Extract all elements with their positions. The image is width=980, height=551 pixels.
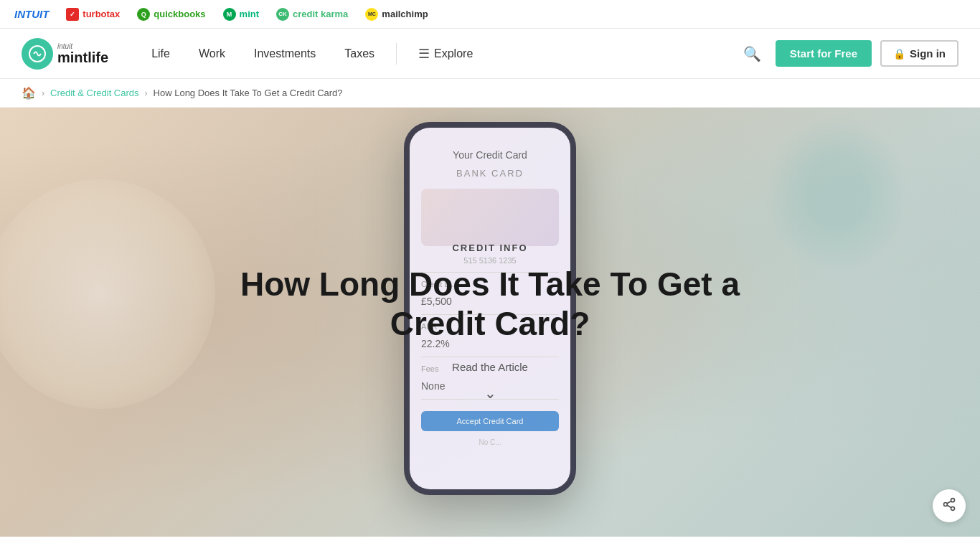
share-button[interactable] — [933, 489, 966, 522]
turbotax-text: turbotax — [83, 9, 120, 19]
quickbooks-icon: Q — [137, 8, 150, 21]
svg-line-4 — [947, 505, 951, 507]
nav-life[interactable]: Life — [137, 29, 184, 79]
creditkarma-icon: CK — [276, 8, 289, 21]
quickbooks-logo[interactable]: Q quickbooks — [137, 8, 205, 21]
turbotax-icon: ✓ — [66, 8, 79, 21]
mintlife-logo[interactable]: intuit mintlife — [22, 38, 108, 70]
mint-logo[interactable]: M mint — [223, 8, 259, 21]
nav-investments[interactable]: Investments — [240, 29, 330, 79]
creditkarma-logo[interactable]: CK credit karma — [276, 8, 348, 21]
intuit-text: INTUIT — [14, 8, 49, 20]
mintlife-logo-icon — [22, 38, 53, 70]
breadcrumb-credit-cards[interactable]: Credit & Credit Cards — [50, 88, 139, 98]
nav-actions: 🔍 Start for Free 🔒 Sign in — [738, 39, 958, 68]
turbotax-logo[interactable]: ✓ turbotax — [66, 8, 120, 21]
sign-in-button[interactable]: 🔒 Sign in — [880, 40, 958, 67]
logo-intuit-label: intuit — [57, 43, 108, 50]
nav-taxes[interactable]: Taxes — [330, 29, 389, 79]
nav-work[interactable]: Work — [184, 29, 240, 79]
mintlife-icon-svg — [28, 44, 47, 63]
hero-tag: CREDIT INFO — [452, 242, 527, 253]
breadcrumb: 🏠 › Credit & Credit Cards › How Long Doe… — [0, 79, 980, 108]
intuit-logo[interactable]: INTUIT — [14, 8, 49, 20]
lock-icon: 🔒 — [893, 48, 905, 60]
hero-section: Your Credit Card BANK CARD 515 5136 1235… — [0, 108, 980, 537]
logo-mintlife-label: mintlife — [57, 50, 108, 65]
search-icon: 🔍 — [743, 46, 761, 62]
mailchimp-text: mailchimp — [382, 9, 428, 19]
brand-bar: INTUIT ✓ turbotax Q quickbooks M mint CK… — [0, 0, 980, 29]
quickbooks-text: quickbooks — [154, 9, 205, 19]
start-free-button[interactable]: Start for Free — [776, 40, 872, 67]
mint-text: mint — [240, 9, 259, 19]
main-nav: intuit mintlife Life Work Investments Ta… — [0, 29, 980, 79]
creditkarma-text: credit karma — [293, 9, 348, 19]
share-icon — [942, 497, 956, 515]
breadcrumb-chevron-2: › — [145, 88, 148, 98]
mailchimp-logo[interactable]: MC mailchimp — [365, 8, 428, 21]
hero-chevron-down[interactable]: ⌄ — [484, 385, 496, 402]
hamburger-icon: ☰ — [418, 46, 430, 62]
breadcrumb-current: How Long Does It Take To Get a Credit Ca… — [154, 88, 343, 98]
explore-label: Explore — [434, 47, 473, 60]
nav-links: Life Work Investments Taxes ☰ Explore — [137, 29, 738, 79]
mintlife-logo-text: intuit mintlife — [57, 43, 108, 65]
breadcrumb-chevron-1: › — [42, 88, 44, 98]
hero-title: How Long Does It Take To Get a Credit Ca… — [239, 265, 741, 344]
hero-read-article[interactable]: Read the Article — [452, 361, 528, 373]
mint-icon: M — [223, 8, 236, 21]
svg-line-5 — [947, 501, 951, 503]
hero-content: CREDIT INFO How Long Does It Take To Get… — [0, 108, 980, 537]
sign-in-label: Sign in — [910, 47, 946, 60]
nav-divider — [396, 43, 397, 65]
nav-explore[interactable]: ☰ Explore — [404, 29, 487, 79]
breadcrumb-home-icon[interactable]: 🏠 — [22, 86, 36, 100]
mailchimp-icon: MC — [365, 8, 378, 21]
search-button[interactable]: 🔍 — [738, 39, 767, 68]
